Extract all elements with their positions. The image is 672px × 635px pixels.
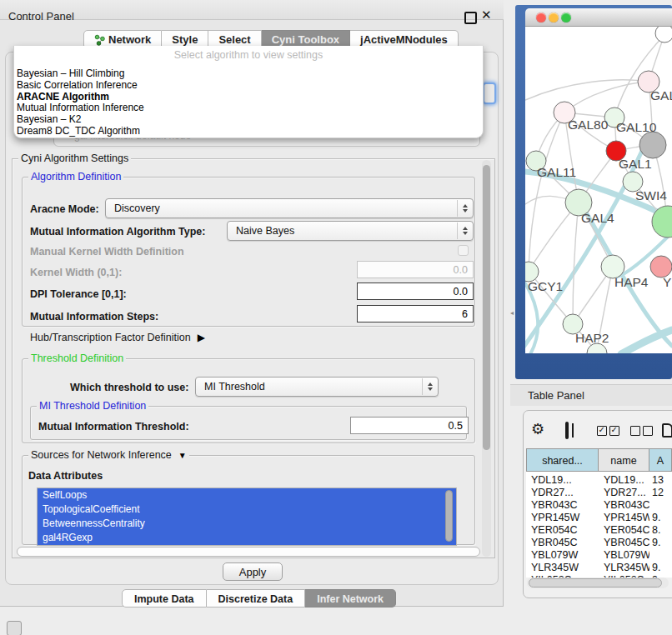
node-label-gal: GAL [650,88,672,102]
node-label-y: Y [663,275,671,289]
column-header-a[interactable]: A [649,448,672,472]
attribute-item-selfloops[interactable]: SelfLoops [38,488,456,502]
table-row[interactable]: YDR27...YDR27...12 [526,487,672,499]
table-cell: YDL19... [526,474,599,487]
new-table-icon[interactable] [662,423,672,438]
algorithm-definition-title: Algorithm Definition [28,171,123,182]
table-cell: YPR145W [526,512,599,524]
cyni-bottom-tabs: Impute DataDiscretize DataInfer Network [122,589,396,608]
network-edge[interactable] [621,330,672,353]
node-label-gal1: GAL1 [619,157,652,171]
kernel-width-field[interactable]: 0.0 [357,261,474,278]
close-icon[interactable]: ✕ [481,8,492,22]
network-node[interactable] [639,132,666,158]
table-cell: 9. [649,537,672,549]
network-edge[interactable] [525,80,649,100]
columns-icon[interactable] [565,422,569,439]
select-all-checkboxes-icon[interactable] [597,426,619,436]
table-row[interactable]: YLR345WYLR345W9. [526,562,672,574]
disclosure-down-icon: ▼ [178,451,187,460]
algorithm-option-mutual-information-inference[interactable]: Mutual Information Inference [17,102,482,114]
table-row[interactable]: YER054CYER054C8. [526,524,672,537]
corner-grip-icon[interactable] [7,621,22,635]
split-divider-handle[interactable]: ◂ [510,309,514,317]
dpi-tolerance-field[interactable]: 0.0 [357,282,474,300]
algorithm-option-dream8-dc-tdc-algorithm[interactable]: Dream8 DC_TDC Algorithm [17,126,482,138]
node-table[interactable]: shared...nameAYDL19...YDL19...13YDR27...… [526,448,672,578]
aracne-mode-combo[interactable]: Discovery [105,198,474,218]
algorithm-popup-list: Bayesian – Hill ClimbingBasic Correlatio… [17,68,482,138]
table-row[interactable]: YBR043CYBR043C [526,499,672,512]
table-panel-title: Table Panel [528,389,584,402]
control-panel-titlebar [0,0,504,20]
algorithm-option-bayesian-hill-climbing[interactable]: Bayesian – Hill Climbing [17,68,482,80]
network-canvas[interactable]: GALGAL80GAL10GAL1GAL11SWI4GAL4GCY1HAP4YH… [525,27,672,353]
bottom-tab-infer-network[interactable]: Infer Network [305,589,396,608]
mi-type-value: Naive Bayes [236,222,294,240]
table-cell [649,549,672,562]
node-label-gcy1: GCY1 [528,279,563,293]
mi-threshold-field[interactable]: 0.5 [350,417,469,434]
kernel-width-label: Kernel Width (0,1): [30,267,122,278]
table-row[interactable]: YPR145WYPR145W9. [526,512,672,524]
which-threshold-value: MI Threshold [204,378,265,396]
table-hscrollbar-thumb[interactable] [529,578,662,588]
algorithm-option-aracne-algorithm[interactable]: ARACNE Algorithm [17,92,482,103]
spinner-arrows-icon [457,200,472,217]
table-cell: 9. [649,562,672,574]
unchecked-box-icon [630,426,640,436]
table-cell: YBL079W [526,549,599,562]
algorithm-option-bayesian-k2[interactable]: Bayesian – K2 [17,114,482,126]
minimize-traffic-light-icon[interactable] [549,12,559,22]
attribute-item-betweennesscentrality[interactable]: BetweennessCentrality [38,517,456,531]
table-header-row: shared...nameA [526,448,672,472]
attributes-scrollbar-thumb[interactable] [445,490,453,542]
dpi-tolerance-label: DPI Tolerance [0,1]: [30,288,127,300]
attribute-item-topologicalcoefficient[interactable]: TopologicalCoefficient [38,502,456,517]
threshold-definition-title: Threshold Definition [28,352,126,364]
table-cell: YBL079W [599,549,649,562]
apply-button[interactable]: Apply [223,562,283,581]
settings-hscrollbar[interactable] [17,547,480,557]
sources-group-title[interactable]: Sources for Network Inference ▼ [28,449,189,461]
bottom-tab-impute-data[interactable]: Impute Data [122,589,207,608]
network-tree-icon [94,34,105,46]
mi-type-label: Mutual Information Algorithm Type: [30,226,205,238]
checked-box-icon [597,426,607,436]
node-label-hap2: HAP2 [575,331,609,345]
table-row[interactable]: YBR045CYBR045C9. [526,537,672,549]
table-cell: 8. [649,524,672,537]
float-panel-icon[interactable] [464,12,477,24]
data-attributes-list[interactable]: SelfLoopsTopologicalCoefficientBetweenne… [37,488,457,546]
attribute-item-gal4rgexp[interactable]: gal4RGexp [38,531,456,545]
table-cell: YBR043C [599,499,649,512]
disclosure-right-icon: ▶ [198,332,205,343]
focused-spinner-button[interactable] [483,82,496,104]
mi-type-combo[interactable]: Naive Bayes [227,221,474,241]
bottom-tab-discretize-data[interactable]: Discretize Data [207,589,306,608]
network-edge[interactable] [564,82,649,112]
column-header-shared[interactable]: shared... [526,448,599,472]
table-row[interactable]: YBL079WYBL079W [526,549,672,562]
hub-definition-disclosure[interactable]: Hub/Transcription Factor Definition ▶ [30,332,205,343]
table-row[interactable]: YDL19...YDL19...13 [526,474,672,487]
network-node[interactable] [655,27,672,42]
algorithm-option-basic-correlation-inference[interactable]: Basic Correlation Inference [17,80,482,92]
node-label-swi4: SWI4 [635,188,667,202]
close-traffic-light-icon[interactable] [536,12,546,22]
algorithm-dropdown-popup: Select algorithm to view settings Bayesi… [13,46,484,138]
mi-threshold-group-title: MI Threshold Definition [37,400,148,412]
network-window-titlebar [525,8,672,27]
gear-icon[interactable]: ⚙ [531,420,544,438]
deselect-all-checkboxes-icon[interactable] [630,426,653,436]
settings-scrollbar-thumb[interactable] [483,165,490,450]
which-threshold-combo[interactable]: MI Threshold [195,377,439,397]
mi-steps-field[interactable]: 6 [357,305,474,322]
aracne-mode-label: Aracne Mode: [30,203,99,215]
table-cell: YBR045C [599,537,649,549]
sources-title-text: Sources for Network Inference [31,449,172,461]
manual-kernel-checkbox[interactable] [458,245,469,256]
column-header-name[interactable]: name [599,448,649,472]
checked-box-icon [609,426,619,436]
zoom-traffic-light-icon[interactable] [561,12,571,22]
